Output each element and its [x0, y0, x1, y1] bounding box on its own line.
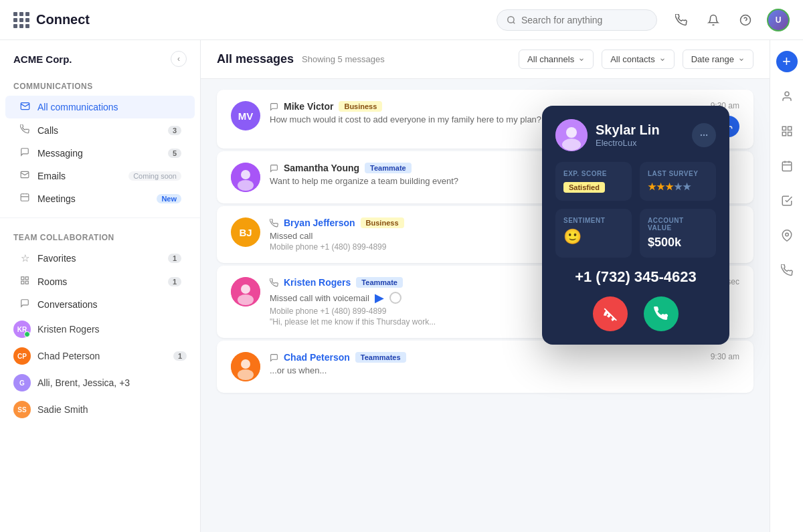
chad-avatar: CP — [13, 347, 31, 365]
svg-point-21 — [703, 135, 704, 135]
svg-rect-26 — [788, 126, 791, 130]
sentiment-emoji: 🙂 — [563, 228, 624, 246]
sidebar-divider — [0, 217, 200, 218]
svg-rect-4 — [21, 194, 29, 201]
sidebar-item-meetings[interactable]: Meetings New — [5, 187, 195, 209]
kristen-msg-name: Kristen Rogers — [284, 277, 351, 288]
svg-rect-8 — [25, 281, 28, 284]
filter-date-range[interactable]: Date range — [683, 50, 753, 69]
accept-call-btn[interactable] — [644, 296, 679, 331]
emails-icon — [19, 170, 31, 181]
calls-badge: 3 — [168, 126, 181, 135]
sadie-name: Sadie Smith — [37, 404, 187, 415]
search-bar[interactable] — [497, 9, 657, 31]
rail-tasks-btn[interactable] — [776, 190, 798, 211]
chad-name: Chad Peterson — [37, 351, 167, 361]
group-name: Alli, Brent, Jessica, +3 — [37, 377, 187, 388]
rail-pin-btn[interactable] — [776, 225, 798, 246]
nav-icons: U — [671, 9, 790, 31]
kristen-name: Kristen Rogers — [37, 324, 187, 335]
meetings-badge: New — [157, 194, 181, 203]
caller-header: Skylar Lin ElectroLux — [555, 119, 716, 151]
sidebar-item-favorites[interactable]: ☆ Favorites 1 — [5, 247, 195, 270]
conversation-chad[interactable]: CP Chad Peterson 1 — [0, 343, 200, 369]
rooms-icon — [19, 276, 31, 287]
kristen-msg-text: Missed call with voicemail — [270, 293, 369, 303]
all-comms-icon — [19, 101, 31, 113]
bell-icon-btn[interactable] — [703, 9, 724, 31]
rail-grid-btn[interactable] — [776, 120, 798, 142]
conversation-sadie[interactable]: SS Sadie Smith — [0, 396, 200, 423]
caller-meta-btn[interactable] — [692, 123, 716, 147]
calls-label: Calls — [37, 125, 161, 136]
svg-point-10 — [241, 170, 250, 179]
meetings-icon — [19, 193, 31, 204]
phone-icon-btn[interactable] — [671, 9, 692, 31]
sentiment-label: SENTIMENT — [563, 217, 624, 224]
voicemail-play-btn[interactable]: ▶ — [375, 290, 384, 305]
bryan-name: Bryan Jefferson — [284, 217, 355, 228]
filter-all-channels[interactable]: All channels — [519, 50, 594, 69]
sidebar-item-rooms[interactable]: Rooms 1 — [5, 270, 195, 292]
sidebar-item-messaging[interactable]: Messaging 5 — [5, 142, 195, 164]
message-type-icon3 — [270, 353, 278, 362]
messaging-badge: 5 — [168, 149, 181, 158]
sidebar-item-calls[interactable]: Calls 3 — [5, 119, 195, 141]
caller-phone: +1 (732) 345-4623 — [555, 268, 716, 286]
svg-rect-29 — [782, 162, 792, 171]
svg-point-23 — [701, 135, 701, 135]
sadie-avatar: SS — [13, 401, 31, 418]
stars-filled: ★★★ — [648, 181, 674, 192]
caller-stats-grid: EXP. SCORE Satisfied LAST SURVEY ★★★★★ S… — [555, 162, 716, 258]
sidebar-item-emails[interactable]: Emails Coming soon — [5, 165, 195, 187]
rail-contacts-btn[interactable] — [776, 86, 798, 107]
filter-all-contacts[interactable]: All contacts — [602, 50, 674, 69]
chad-msg-body: Chad Peterson Teammates ...or us when... — [270, 352, 701, 375]
user-avatar[interactable]: U — [767, 9, 790, 31]
company-name: ACME Corp. — [13, 54, 72, 65]
svg-point-13 — [241, 284, 250, 294]
sidebar-item-conversations[interactable]: Conversations — [5, 293, 195, 315]
conversations-label: Conversations — [37, 299, 181, 310]
messaging-label: Messaging — [37, 148, 161, 159]
chad-msg-time: 9:30 am — [711, 352, 739, 361]
account-value-box: ACCOUNT VALUE $500k — [640, 209, 716, 258]
svg-point-24 — [785, 92, 789, 96]
kristen-avatar: KR — [13, 321, 31, 338]
chad-badge: 1 — [173, 351, 187, 361]
samantha-avatar — [231, 163, 260, 192]
help-icon-btn[interactable] — [735, 9, 756, 31]
samantha-name: Samantha Young — [284, 163, 359, 173]
rail-calendar-btn[interactable] — [776, 155, 798, 177]
svg-point-0 — [508, 16, 514, 22]
kristen-msg-avatar — [231, 277, 260, 306]
right-rail: + — [770, 40, 803, 532]
message-type-icon — [270, 102, 278, 111]
apps-grid-icon[interactable] — [13, 12, 29, 28]
sentiment-box: SENTIMENT 🙂 — [555, 209, 632, 258]
page-title: All messages — [217, 52, 294, 66]
all-communications-label: All communications — [37, 102, 181, 112]
mike-avatar: MV — [231, 101, 260, 130]
account-value: $500k — [648, 236, 708, 250]
bryan-tag: Business — [361, 217, 404, 228]
caller-company: ElectroLux — [596, 138, 660, 148]
conversation-kristen[interactable]: KR Kristen Rogers — [0, 316, 200, 343]
rail-phone-btn[interactable] — [776, 260, 798, 281]
bryan-avatar: BJ — [231, 217, 260, 247]
caller-avatar — [555, 119, 588, 151]
message-chad-peterson[interactable]: Chad Peterson Teammates ...or us when...… — [217, 341, 753, 393]
content-header: All messages Showing 5 messages All chan… — [201, 40, 770, 79]
svg-rect-25 — [782, 126, 786, 130]
top-nav: Connect U — [0, 0, 803, 40]
sidebar-collapse-btn[interactable]: ‹ — [171, 51, 187, 67]
search-input[interactable] — [521, 15, 642, 25]
team-section-label: Team collaboration — [0, 226, 200, 246]
sidebar-item-all-communications[interactable]: All communications — [5, 96, 195, 118]
decline-call-btn[interactable] — [593, 296, 628, 331]
stars-empty: ★★ — [674, 181, 691, 192]
conversation-group[interactable]: G Alli, Brent, Jessica, +3 — [0, 369, 200, 396]
emails-badge: Coming soon — [128, 171, 181, 181]
messages-list: MV Mike Victor Business How much would i… — [201, 79, 770, 532]
rail-add-btn[interactable]: + — [776, 51, 798, 72]
